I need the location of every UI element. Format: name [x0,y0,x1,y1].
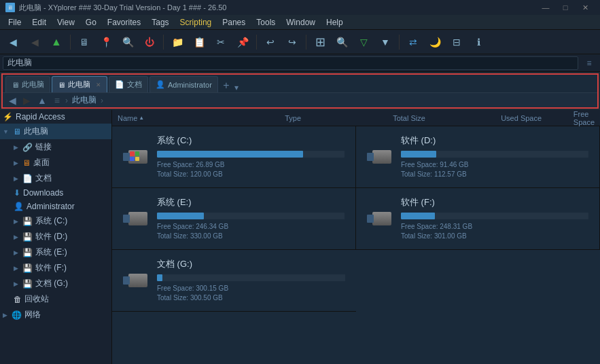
menu-window[interactable]: Window [281,15,321,30]
sidebar-item-rapid-access[interactable]: ⚡ Rapid Access [0,110,111,124]
filter-button[interactable]: 🔍 [332,33,352,52]
g-label: 文档 (G:) [35,278,68,289]
f-arrow: ▶ [14,265,18,272]
sidebar-item-g[interactable]: ▶ 💾 文档 (G:) [0,276,111,291]
drive-d-stats: Free Space: 91.46 GBTotal Size: 112.57 G… [401,160,588,179]
menu-edit[interactable]: Edit [27,15,52,30]
drive-g-bar-fill [157,274,162,281]
col-free[interactable]: Free Space [568,111,600,124]
menu-tools[interactable]: Tools [251,15,281,30]
back-button[interactable]: ◀ [3,33,23,52]
address-input[interactable] [3,56,578,70]
sidebar-item-f[interactable]: ▶ 💾 软件 (F:) [0,260,111,276]
drive-card-d[interactable]: 软件 (D:) Free Space: 91.46 GBTotal Size: … [356,126,600,188]
search-button[interactable]: 🔍 [118,33,138,52]
up-button[interactable]: ▲ [46,33,67,52]
main-area: ⚡ Rapid Access ▼ 🖥 此电脑 ▶ 🔗 链接 ▶ 🖥 桌面 ▶ 📄 [0,110,600,364]
menu-view[interactable]: View [52,15,80,30]
recycle-icon: 🗑 [14,295,22,304]
drive-g-stats: Free Space: 300.15 GBTotal Size: 300.50 … [157,284,345,303]
sidebar-item-e[interactable]: ▶ 💾 系统 (E:) [0,244,111,260]
location-button[interactable]: 📍 [96,33,116,52]
filter3-button[interactable]: ▼ [375,33,395,52]
redo-button[interactable]: ↪ [282,33,302,52]
sidebar: ⚡ Rapid Access ▼ 🖥 此电脑 ▶ 🔗 链接 ▶ 🖥 桌面 ▶ 📄 [0,110,112,364]
tab-1[interactable]: 🖥 此电脑 ✕ [52,76,107,92]
drive-f-bar-bg [401,213,588,219]
menu-panes[interactable]: Panes [217,15,251,30]
filter2-button[interactable]: ▽ [353,33,374,52]
drive-c-info: 系统 (C:) Free Space: 26.89 GBTotal Size: … [157,134,345,179]
power-button[interactable]: ⏻ [139,33,160,52]
desktop-arrow: ▶ [14,160,18,166]
menu-go[interactable]: Go [80,15,102,30]
menu-help[interactable]: Help [321,15,349,30]
sidebar-item-links[interactable]: ▶ 🔗 链接 [0,139,111,155]
tab-add-button[interactable]: + [219,79,233,92]
forward-button[interactable]: ◀ [24,33,45,52]
path-back-button[interactable]: ◀ [7,95,18,106]
tab-0[interactable]: 🖥 此电脑 [5,76,50,92]
menu-favorites[interactable]: Favorites [102,15,146,30]
copy-button[interactable]: 📋 [189,33,209,52]
cut-button[interactable]: ✂ [211,33,231,52]
network-label: 网络 [24,309,41,321]
night-button[interactable]: 🌙 [425,33,445,52]
tab-1-close[interactable]: ✕ [96,81,101,88]
d-label: 软件 (D:) [35,231,67,242]
sidebar-item-recycle[interactable]: 🗑 回收站 [0,291,111,307]
documents-label: 文档 [35,172,52,184]
tab-1-label: 此电脑 [68,79,90,90]
drive-card-g[interactable]: 文档 (G:) Free Space: 300.15 GBTotal Size:… [112,250,356,312]
path-forward-button[interactable]: ▶ [21,95,33,106]
rapid-access-icon: ⚡ [3,112,13,122]
menu-file[interactable]: File [3,15,27,30]
view-button[interactable]: ⊞ [310,33,330,52]
documents-arrow: ▶ [14,175,18,182]
sidebar-item-administrator[interactable]: 👤 Administrator [0,200,111,213]
tab-2[interactable]: 📄 文档 [109,76,148,92]
sidebar-item-network[interactable]: ▶ 🌐 网络 [0,307,111,323]
menu-tags[interactable]: Tags [146,15,174,30]
paste-button[interactable]: 📌 [232,33,253,52]
info-button[interactable]: ℹ [468,33,489,52]
folder-button[interactable]: 📁 [167,33,188,52]
sync-button[interactable]: ⇄ [403,33,423,52]
path-up-button[interactable]: ▲ [35,95,49,106]
tab-dropdown-button[interactable]: ▾ [234,83,239,92]
drive-f-bar-fill [401,213,435,219]
sidebar-item-this-pc[interactable]: ▼ 🖥 此电脑 [0,124,111,139]
menu-scripting[interactable]: Scripting [175,15,217,30]
c-label: 系统 (C:) [35,215,67,227]
sidebar-item-downloads[interactable]: ⬇ Downloads [0,186,111,200]
drive-card-c[interactable]: 系统 (C:) Free Space: 26.89 GBTotal Size: … [112,126,356,188]
col-total[interactable]: Total Size [387,111,495,124]
path-breadcrumb-item[interactable]: 此电脑 [71,94,98,106]
drive-e-stats: Free Space: 246.34 GBTotal Size: 330.00 … [157,222,345,241]
tab-0-label: 此电脑 [22,79,44,90]
path-menu-icon[interactable]: ≡ [52,95,63,106]
desktop-icon: 🖥 [22,158,31,168]
undo-button[interactable]: ↩ [260,33,281,52]
minimize-button[interactable]: — [536,0,555,15]
toolbar-separator-1 [70,35,71,50]
toolbar-separator-5 [399,35,400,50]
drive-card-f[interactable]: 软件 (F:) Free Space: 248.31 GBTotal Size:… [356,188,600,250]
close-button[interactable]: ✕ [576,0,595,15]
documents-icon: 📄 [22,174,33,183]
tab-row: 🖥 此电脑 🖥 此电脑 ✕ 📄 文档 👤 Administrator + ▾ [3,75,597,92]
col-used[interactable]: Used Space [495,111,568,124]
sidebar-item-documents[interactable]: ▶ 📄 文档 [0,170,111,186]
sidebar-item-desktop[interactable]: ▶ 🖥 桌面 [0,155,111,170]
maximize-button[interactable]: □ [556,0,575,15]
col-type[interactable]: Type [279,111,387,124]
grid-button[interactable]: ⊟ [446,33,467,52]
filter-icon[interactable]: ≡ [581,56,597,70]
tab-3[interactable]: 👤 Administrator [149,76,218,92]
home-button[interactable]: 🖥 [74,33,94,52]
col-name[interactable]: Name ▲ [112,111,279,124]
tab-section: 🖥 此电脑 🖥 此电脑 ✕ 📄 文档 👤 Administrator + ▾ ◀… [1,73,599,109]
drive-card-e[interactable]: 系统 (E:) Free Space: 246.34 GBTotal Size:… [112,188,356,250]
sidebar-item-c[interactable]: ▶ 💾 系统 (C:) [0,213,111,229]
sidebar-item-d[interactable]: ▶ 💾 软件 (D:) [0,229,111,244]
